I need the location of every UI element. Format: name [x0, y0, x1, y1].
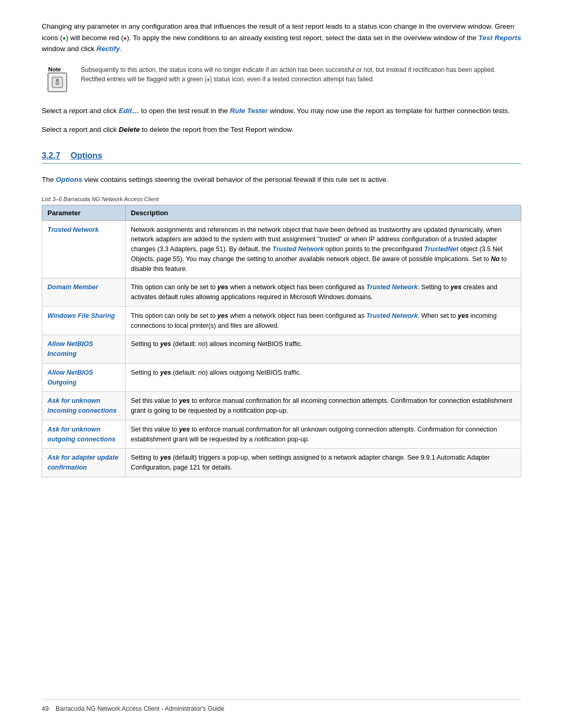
table-header: Parameter Description [42, 205, 521, 220]
section-title: Options [71, 151, 102, 161]
table-row: Allow NetBIOSIncoming Setting to yes (de… [42, 335, 521, 364]
param-allow-netbios-incoming: Allow NetBIOSIncoming [42, 335, 126, 364]
options-intro: The Options view contains settings steer… [42, 174, 521, 186]
col-description: Description [126, 205, 521, 220]
table-row: Allow NetBIOSOutgoing Setting to yes (de… [42, 363, 521, 392]
intro-paragraph: Changing any parameter in any configurat… [42, 21, 521, 55]
rule-tester-link[interactable]: Rule Tester [230, 107, 268, 115]
col-parameter: Parameter [42, 205, 126, 220]
table-row: Domain Member This option can only be se… [42, 278, 521, 307]
table-row: Windows File Sharing This option can onl… [42, 306, 521, 335]
desc-ask-outgoing: Set this value to yes to enforce manual … [126, 420, 521, 449]
param-ask-incoming: Ask for unknownincoming connections [42, 392, 126, 421]
params-table: Parameter Description Trusted Network Ne… [42, 205, 521, 477]
table-row: Ask for unknownoutgoing connections Set … [42, 420, 521, 449]
section-heading: 3.2.7 Options [42, 151, 521, 164]
param-trusted-network: Trusted Network [42, 220, 126, 278]
footer: 49 Barracuda NG Network Access Client - … [42, 699, 521, 712]
note-box: Note Subsequently to this action, the st… [42, 65, 521, 92]
param-ask-outgoing: Ask for unknownoutgoing connections [42, 420, 126, 449]
desc-allow-netbios-incoming: Setting to yes (default: no) allows inco… [126, 335, 521, 364]
desc-domain-member: This option can only be set to yes when … [126, 278, 521, 307]
table-row: Ask for adapter updateconfirmation Setti… [42, 449, 521, 477]
rectify-link[interactable]: Rectify [96, 45, 120, 53]
desc-trusted-network: Network assignments and references in th… [126, 220, 521, 278]
desc-ask-incoming: Set this value to yes to enforce manual … [126, 392, 521, 421]
page-container: Changing any parameter in any configurat… [0, 0, 563, 509]
footer-page: 49 [42, 705, 48, 712]
desc-windows-file-sharing: This option can only be set to yes when … [126, 306, 521, 335]
svg-point-1 [56, 79, 59, 82]
list-caption: List 3–6 Barracuda NG Network Access Cli… [42, 196, 521, 202]
svg-rect-3 [56, 84, 59, 85]
section-number: 3.2.7 [42, 151, 60, 161]
delete-text: Delete [119, 126, 140, 133]
select-paragraph-2: Select a report and click Delete to dele… [42, 124, 521, 135]
note-icon [47, 72, 67, 92]
param-domain-member: Domain Member [42, 278, 126, 307]
table-row: Ask for unknownincoming connections Set … [42, 392, 521, 421]
test-reports-link[interactable]: Test Reports [479, 34, 521, 42]
svg-rect-2 [55, 82, 59, 83]
param-ask-adapter: Ask for adapter updateconfirmation [42, 449, 126, 477]
desc-ask-adapter: Setting to yes (default) triggers a pop-… [126, 449, 521, 477]
table-row: Trusted Network Network assignments and … [42, 220, 521, 278]
options-link[interactable]: Options [56, 176, 82, 183]
table-body: Trusted Network Network assignments and … [42, 220, 521, 477]
select-paragraph-1: Select a report and click Edit… to open … [42, 105, 521, 117]
param-allow-netbios-outgoing: Allow NetBIOSOutgoing [42, 363, 126, 392]
param-windows-file-sharing: Windows File Sharing [42, 306, 126, 335]
footer-text: Barracuda NG Network Access Client - Adm… [56, 705, 225, 712]
edit-link[interactable]: Edit… [119, 107, 139, 115]
desc-allow-netbios-outgoing: Setting to yes (default: no) allows outg… [126, 363, 521, 392]
note-text: Subsequently to this action, the status … [81, 65, 521, 84]
note-label: Note [48, 65, 67, 72]
